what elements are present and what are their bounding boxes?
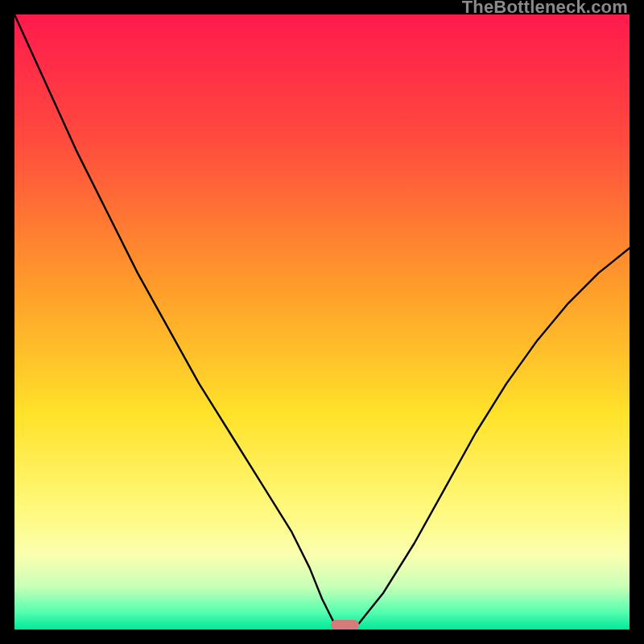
chart-frame: TheBottleneck.com (0, 0, 644, 644)
optimal-range-marker (331, 620, 358, 630)
bottleneck-gradient-background (14, 14, 630, 630)
plot-area (14, 14, 630, 630)
